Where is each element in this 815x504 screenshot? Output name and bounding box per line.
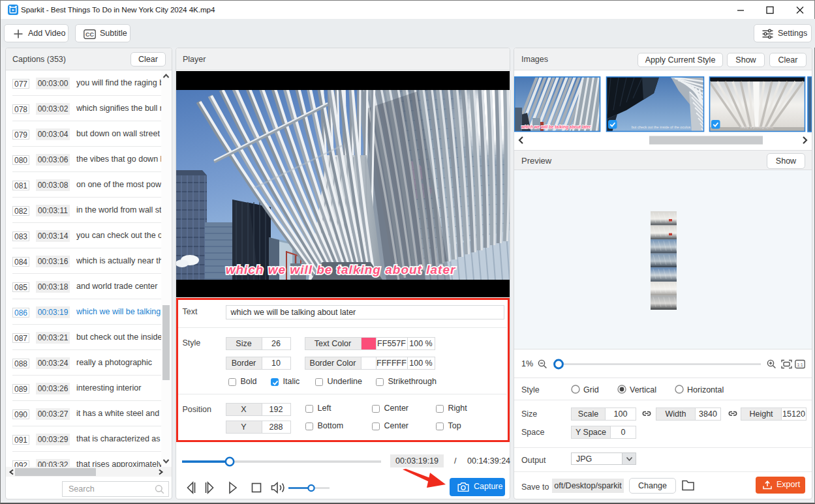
svg-text:CC: CC: [85, 31, 94, 38]
svg-text:which we will be talking about: which we will be talking about later: [226, 263, 456, 276]
svg-text:but check out the inside of th: but check out the inside of the oculus: [632, 125, 691, 129]
svg-text:1:1: 1:1: [797, 363, 803, 367]
svg-text:really a photographic: really a photographic: [740, 125, 773, 129]
svg-text:which we will be talking about: which we will be talking about later: [521, 125, 591, 130]
